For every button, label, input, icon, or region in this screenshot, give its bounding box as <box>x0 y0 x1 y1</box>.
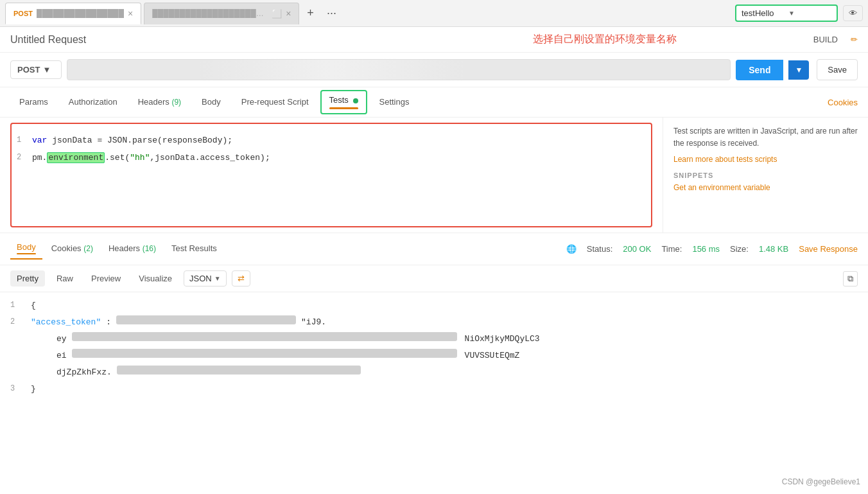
method-select[interactable]: POST ▼ <box>10 60 62 79</box>
tab-headers-label: Headers <box>138 97 172 107</box>
request-name: Untitled Request <box>10 34 401 46</box>
status-value: 200 OK <box>623 244 651 254</box>
editor-sidebar-description: Test scripts are written in JavaScript, … <box>673 125 858 150</box>
wrap-button[interactable]: ⇄ <box>232 270 250 287</box>
editor-area: 1 var jsonData = JSON.parse(responseBody… <box>0 118 868 233</box>
annotation-text: 选择自己刚设置的环境变量名称 <box>409 33 800 46</box>
res-tab-test-results[interactable]: Test Results <box>165 240 223 258</box>
token-ei-suffix: VUVSSUtEQmZ <box>465 349 520 363</box>
eye-icon: 👁 <box>849 8 857 18</box>
tab-headers[interactable]: Headers (9) <box>129 91 190 114</box>
tab-settings[interactable]: Settings <box>370 91 418 114</box>
pretty-label: Pretty <box>17 274 39 283</box>
wrap-icon: ⇄ <box>238 274 245 283</box>
headers-badge: (9) <box>171 98 181 107</box>
code-line-2: 2 pm.environment.set("hh",jsonData.acces… <box>12 149 651 166</box>
token-djz-blurred <box>117 366 361 375</box>
request-title-bar: Untitled Request 选择自己刚设置的环境变量名称 BUILD ✏ <box>0 27 868 53</box>
second-tab-icon: ⬜ <box>272 9 282 19</box>
tab-pre-request[interactable]: Pre-request Script <box>232 91 318 114</box>
res-body-tab-preview[interactable]: Preview <box>85 270 127 287</box>
response-status-bar: 🌐 Status: 200 OK Time: 156 ms Size: 1.48… <box>566 244 858 254</box>
send-dropdown-button[interactable]: ▼ <box>788 60 809 80</box>
close-second-tab-button[interactable]: × <box>286 8 291 19</box>
res-line-num-3: 3 <box>10 382 26 395</box>
time-label: Time: <box>661 244 682 254</box>
url-input[interactable] <box>67 59 731 80</box>
res-line-continuation-3: djZpZkhFxz. <box>10 364 858 381</box>
time-value: 156 ms <box>692 244 720 254</box>
snippet-link[interactable]: Get an environment variable <box>673 183 770 192</box>
code-text-1: var jsonData = JSON.parse(responseBody); <box>32 133 232 148</box>
method-badge: POST <box>13 10 33 17</box>
copy-button[interactable]: ⧉ <box>843 271 858 287</box>
access-token-key: "access_token" <box>31 315 101 330</box>
ey-prefix: ey <box>31 332 67 346</box>
raw-label: Raw <box>56 274 73 283</box>
res-tab-body-label: Body <box>17 242 36 252</box>
chevron-down-icon: ▼ <box>788 10 831 17</box>
res-line-num-1: 1 <box>10 299 26 312</box>
snippets-title: SNIPPETS <box>673 172 858 179</box>
format-select[interactable]: JSON ▼ <box>184 270 227 287</box>
more-tabs-button[interactable]: ··· <box>322 4 342 22</box>
visualize-label: Visualize <box>139 274 172 283</box>
cookies-link[interactable]: Cookies <box>828 91 858 114</box>
learn-more-link[interactable]: Learn more about tests scripts <box>673 155 777 164</box>
res-tab-headers[interactable]: Headers (16) <box>102 240 162 258</box>
close-tab-button[interactable]: × <box>128 8 133 19</box>
environment-selector[interactable]: testHello ▼ <box>735 4 838 22</box>
save-response-button[interactable]: Save Response <box>799 244 858 254</box>
request-tab[interactable]: POST ████████████████ × <box>5 3 141 24</box>
response-body: 1 { 2 "access_token" : "iJ9. ey NiOxMjky… <box>0 292 868 421</box>
edit-icon[interactable]: ✏ <box>851 35 858 44</box>
tab-body[interactable]: Body <box>193 91 230 114</box>
preview-label: Preview <box>91 274 121 283</box>
tab-params[interactable]: Params <box>10 91 57 114</box>
code-text-2: pm.environment.set("hh",jsonData.access_… <box>32 150 270 165</box>
method-chevron-icon: ▼ <box>42 65 51 75</box>
second-tab-title: ████████████████████████████ <box>152 9 268 18</box>
top-right-area: testHello ▼ 👁 <box>735 4 863 22</box>
second-tab[interactable]: ████████████████████████████ ⬜ × <box>144 3 299 24</box>
tab-params-label: Params <box>19 97 48 107</box>
response-header: Body Cookies (2) Headers (16) Test Resul… <box>0 233 868 265</box>
token-ei-blurred <box>72 349 457 358</box>
status-label: Status: <box>587 244 612 254</box>
res-tab-body[interactable]: Body <box>10 238 42 260</box>
tab-body-label: Body <box>202 97 221 107</box>
tab-title: ████████████████ <box>37 9 124 18</box>
res-bracket-open: { <box>31 299 36 313</box>
editor-sidebar: Test scripts are written in JavaScript, … <box>663 118 868 233</box>
res-line-continuation-2: ei VUVSSUtEQmZ <box>10 348 858 364</box>
res-body-tab-pretty[interactable]: Pretty <box>10 270 45 287</box>
copy-icon: ⧉ <box>847 274 853 283</box>
res-line-1: 1 { <box>10 297 858 314</box>
djz-prefix: djZpZkhFxz. <box>31 366 112 380</box>
res-body-tab-visualize[interactable]: Visualize <box>132 270 178 287</box>
tab-tests[interactable]: Tests <box>320 90 368 114</box>
env-selector-value: testHello <box>742 8 785 18</box>
tab-authorization[interactable]: Authorization <box>60 91 126 114</box>
tab-bar: POST ████████████████ × ████████████████… <box>0 0 868 27</box>
globe-icon[interactable]: 🌐 <box>566 244 577 254</box>
code-editor[interactable]: 1 var jsonData = JSON.parse(responseBody… <box>10 123 652 227</box>
res-body-tab-raw[interactable]: Raw <box>50 270 80 287</box>
res-line-3: 3 } <box>10 381 858 398</box>
method-label: POST <box>17 65 40 75</box>
tab-authorization-label: Authorization <box>69 97 117 107</box>
code-line-1: 1 var jsonData = JSON.parse(responseBody… <box>12 132 651 149</box>
res-tab-cookies[interactable]: Cookies (2) <box>45 240 100 258</box>
eye-button[interactable]: 👁 <box>843 5 863 21</box>
size-value: 1.48 KB <box>759 244 788 254</box>
res-tab-cookies-label: Cookies <box>51 243 84 253</box>
send-button[interactable]: Send <box>736 60 783 80</box>
build-button[interactable]: BUILD <box>808 32 843 47</box>
token-suffix: "iJ9. <box>301 315 326 330</box>
add-tab-button[interactable]: + <box>302 4 319 22</box>
line-number-1: 1 <box>17 134 32 148</box>
res-bracket-close: } <box>31 382 36 396</box>
tests-dot <box>353 98 358 103</box>
request-tabs: Params Authorization Headers (9) Body Pr… <box>0 87 868 118</box>
save-button[interactable]: Save <box>817 59 858 80</box>
